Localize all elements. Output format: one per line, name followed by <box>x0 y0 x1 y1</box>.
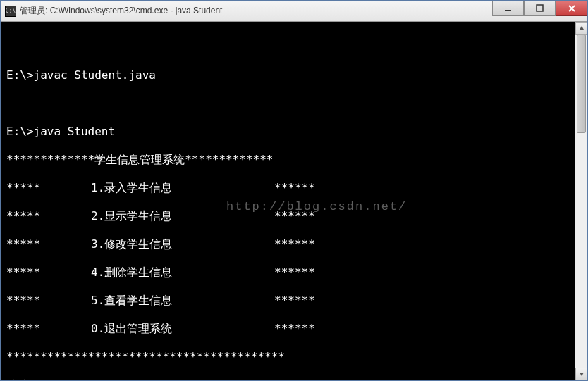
menu-item-5: *****5.查看学生信息****** <box>6 294 582 308</box>
menu-border-top: *************学生信息管理系统************* <box>6 153 582 167</box>
menu-item-2: *****2.显示学生信息****** <box>6 209 582 223</box>
scroll-down-button[interactable] <box>575 368 587 380</box>
svg-rect-0 <box>505 10 511 11</box>
cmd-icon: C:\ <box>5 6 16 17</box>
titlebar[interactable]: C:\ 管理员: C:\Windows\system32\cmd.exe - j… <box>1 1 587 22</box>
cmd-line-run: E:\>java Student <box>6 125 582 139</box>
blank-line <box>6 40 582 54</box>
scroll-up-button[interactable] <box>575 22 587 35</box>
svg-rect-1 <box>537 5 543 11</box>
minimize-button[interactable] <box>492 1 524 16</box>
window-controls <box>492 1 587 16</box>
close-button[interactable] <box>556 1 587 16</box>
vertical-scrollbar[interactable] <box>575 22 587 380</box>
menu-item-0: *****0.退出管理系统****** <box>6 322 582 336</box>
cmd-window: C:\ 管理员: C:\Windows\system32\cmd.exe - j… <box>0 0 588 381</box>
menu-item-1: *****1.录入学生信息****** <box>6 181 582 195</box>
terminal-output[interactable]: E:\>javac Student.java E:\>java Student … <box>1 22 587 380</box>
cmd-line-compile: E:\>javac Student.java <box>6 68 582 82</box>
blank-line <box>6 96 582 111</box>
scroll-thumb[interactable] <box>577 35 586 133</box>
menu-item-3: *****3.修改学生信息****** <box>6 237 582 251</box>
maximize-button[interactable] <box>524 1 556 16</box>
window-title: 管理员: C:\Windows\system32\cmd.exe - java … <box>20 5 222 17</box>
menu-item-4: *****4.删除学生信息****** <box>6 266 582 280</box>
menu-border-bottom: ****************************************… <box>6 350 582 364</box>
prompt-choose: 请选择(0~5):1 <box>6 378 582 380</box>
